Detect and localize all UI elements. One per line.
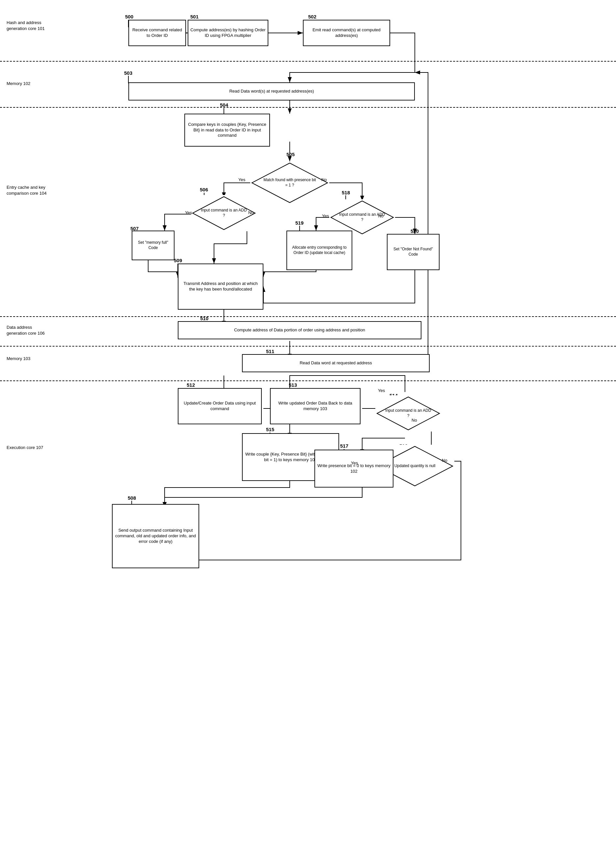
box-502: Emit read command(s) at computed address… xyxy=(303,20,390,46)
box-517: Write presence bit = 0 to keys memory 10… xyxy=(314,450,393,488)
step-500-num: 500 xyxy=(125,14,134,19)
label-yes-518: Yes xyxy=(322,213,329,218)
box-504: Compare keys in couples {Key, Presence B… xyxy=(184,113,270,147)
box-512: Update/Create Order Data using input com… xyxy=(178,388,262,424)
label-yes-514: Yes xyxy=(378,388,385,393)
box-508: Send output command containing Input com… xyxy=(112,504,199,568)
label-yes-506: Yes xyxy=(185,210,192,215)
step-520-num: 520 xyxy=(410,228,419,234)
dashed-line-5 xyxy=(0,380,616,381)
box-509: Transmit Address and position at which t… xyxy=(178,263,263,310)
step-502-num: 502 xyxy=(308,14,316,19)
box-520: Set "Order Not Found" Code xyxy=(387,234,440,270)
section-hash-addr: Hash and address generation core 101 xyxy=(6,20,53,32)
step-515-num: 515 xyxy=(266,427,274,432)
box-500: Receive command related to Order ID xyxy=(129,20,186,46)
box-501: Compute address(es) by hashing Order ID … xyxy=(188,20,268,46)
step-505-num: 505 xyxy=(286,151,295,157)
box-511: Read Data word at requested address xyxy=(242,354,430,372)
box-519: Allocate entry corresponding to Order ID… xyxy=(286,231,352,270)
step-517-num: 517 xyxy=(340,443,348,449)
step-503-num: 503 xyxy=(124,70,132,76)
diamond-514: Input command is an ADD ? xyxy=(376,395,441,432)
box-507: Set "memory full" Code xyxy=(132,231,174,260)
diamond-518: Input command is an ADD ? xyxy=(329,199,395,236)
diamond-506: Input command is an ADD ? xyxy=(191,195,257,231)
section-memory103: Memory 103 xyxy=(6,356,53,362)
section-memory102: Memory 102 xyxy=(6,81,53,87)
step-501-num: 501 xyxy=(190,14,198,19)
diagram-container: Hash and address generation core 101 Mem… xyxy=(0,0,616,868)
step-519-num: 519 xyxy=(295,220,303,226)
label-no-516: No xyxy=(442,458,448,463)
dashed-line-4 xyxy=(0,346,616,347)
label-yes-516: Yes xyxy=(351,460,358,465)
section-data-addr: Data address generation core 106 xyxy=(6,325,53,336)
diamond-505: Match found with presence bit = 1 ? xyxy=(250,161,329,204)
dashed-line-3 xyxy=(0,316,616,317)
box-513: Write updated Order Data Back to data me… xyxy=(270,388,360,424)
step-508-num: 508 xyxy=(128,495,136,501)
section-execution: Execution core 107 xyxy=(6,445,53,451)
step-513-num: 513 xyxy=(289,382,297,388)
box-510: Compute address of Data portion of order… xyxy=(178,321,421,339)
step-506-num: 506 xyxy=(200,187,208,192)
box-503: Read Data word(s) at requested address(e… xyxy=(129,82,415,101)
label-yes-505-left: Yes xyxy=(238,177,245,182)
dashed-line-2 xyxy=(0,107,616,108)
step-518-num: 518 xyxy=(342,190,350,195)
label-no-505-right: No xyxy=(321,177,327,182)
dashed-line-1 xyxy=(0,61,616,61)
step-509-num: 509 xyxy=(174,258,182,263)
section-entry-cache: Entry cache and key comparison core 104 xyxy=(6,184,59,196)
label-no-506: No xyxy=(248,210,254,215)
step-512-num: 512 xyxy=(187,382,195,388)
step-511-num: 511 xyxy=(266,348,274,354)
